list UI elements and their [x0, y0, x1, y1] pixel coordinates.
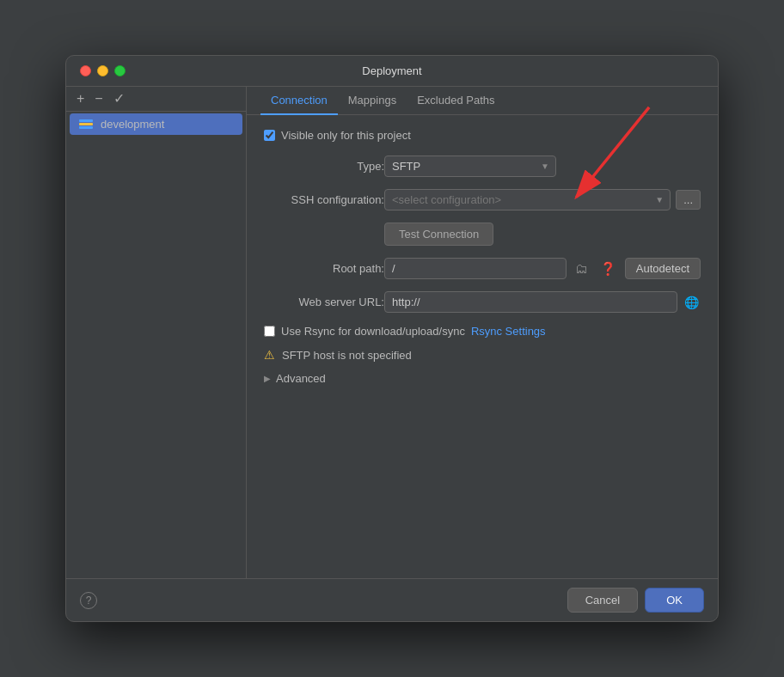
- server-icon: [78, 119, 94, 131]
- confirm-button[interactable]: ✓: [112, 92, 126, 106]
- ssh-config-select[interactable]: <select configuration>: [384, 189, 671, 210]
- type-row: Type: SFTP FTP Local or mounted folder ▼: [264, 156, 701, 177]
- visible-label: Visible only for this project: [281, 129, 411, 142]
- ssh-config-row: SSH configuration: <select configuration…: [264, 189, 701, 210]
- root-path-input[interactable]: [384, 258, 567, 279]
- test-connection-row: Test Connection: [264, 223, 701, 258]
- warning-row: ⚠ SFTP host is not specified: [264, 348, 701, 362]
- visible-checkbox-row: Visible only for this project: [264, 129, 701, 142]
- footer-buttons: Cancel OK: [567, 588, 704, 613]
- rsync-label: Use Rsync for download/upload/sync: [281, 325, 465, 338]
- cancel-button[interactable]: Cancel: [567, 588, 638, 613]
- sidebar-item-development[interactable]: development: [70, 113, 242, 135]
- ssh-config-label: SSH configuration:: [264, 193, 384, 206]
- ok-button[interactable]: OK: [645, 588, 704, 613]
- web-server-url-row: Web server URL: 🌐: [264, 291, 701, 313]
- type-select[interactable]: SFTP FTP Local or mounted folder: [384, 156, 556, 177]
- tab-mappings[interactable]: Mappings: [338, 87, 407, 115]
- web-server-url-control-group: 🌐: [384, 291, 701, 313]
- advanced-label: Advanced: [276, 372, 326, 385]
- sidebar: + − ✓ development: [66, 87, 247, 578]
- test-connection-button[interactable]: Test Connection: [384, 223, 493, 246]
- type-label: Type:: [264, 160, 384, 173]
- maximize-button[interactable]: [114, 65, 126, 76]
- root-path-row: Root path: 🗂 ❓ Autodetect: [264, 258, 701, 279]
- autodetect-button[interactable]: Autodetect: [625, 258, 701, 279]
- ssh-config-select-wrapper: <select configuration> ▼: [384, 189, 671, 210]
- warning-text: SFTP host is not specified: [282, 349, 412, 362]
- chevron-right-icon: ▶: [264, 374, 271, 383]
- sidebar-toolbar: + − ✓: [66, 87, 246, 112]
- add-server-button[interactable]: +: [75, 92, 86, 106]
- help-button[interactable]: ?: [80, 592, 97, 609]
- deployment-dialog: Deployment + − ✓ development: [65, 55, 719, 622]
- rsync-settings-link[interactable]: Rsync Settings: [471, 325, 546, 338]
- root-path-control-group: 🗂 ❓ Autodetect: [384, 258, 701, 279]
- web-server-url-input[interactable]: [384, 291, 677, 313]
- ssh-config-control-group: <select configuration> ▼ ...: [384, 189, 701, 210]
- folder-icon-button[interactable]: 🗂: [572, 259, 591, 278]
- type-select-wrapper: SFTP FTP Local or mounted folder ▼: [384, 156, 556, 177]
- title-bar: Deployment: [66, 56, 718, 87]
- ssh-ellipsis-button[interactable]: ...: [676, 190, 701, 210]
- content-area: Connection Mappings Excluded Paths Visib…: [247, 87, 718, 578]
- web-server-url-label: Web server URL:: [264, 296, 384, 308]
- rsync-checkbox[interactable]: [264, 326, 275, 337]
- warning-icon: ⚠: [264, 348, 275, 362]
- remove-server-button[interactable]: −: [93, 92, 104, 106]
- help-icon-button[interactable]: ❓: [597, 259, 620, 278]
- type-control-group: SFTP FTP Local or mounted folder ▼: [384, 156, 701, 177]
- minimize-button[interactable]: [97, 65, 108, 76]
- window-controls: [80, 65, 126, 76]
- dialog-footer: ? Cancel OK: [66, 578, 718, 621]
- sidebar-item-label: development: [101, 118, 164, 131]
- tabs: Connection Mappings Excluded Paths: [247, 87, 718, 115]
- visible-checkbox[interactable]: [264, 130, 275, 141]
- root-path-label: Root path:: [264, 262, 384, 275]
- close-button[interactable]: [80, 65, 91, 76]
- tab-connection[interactable]: Connection: [260, 87, 338, 115]
- advanced-row[interactable]: ▶ Advanced: [264, 372, 701, 385]
- tab-excluded-paths[interactable]: Excluded Paths: [407, 87, 505, 115]
- dialog-title: Deployment: [362, 64, 421, 77]
- globe-icon-button[interactable]: 🌐: [683, 294, 701, 311]
- rsync-row: Use Rsync for download/upload/sync Rsync…: [264, 325, 701, 338]
- dialog-body: + − ✓ development Connection: [66, 87, 718, 578]
- form-area: Visible only for this project Type: SFTP…: [247, 115, 718, 578]
